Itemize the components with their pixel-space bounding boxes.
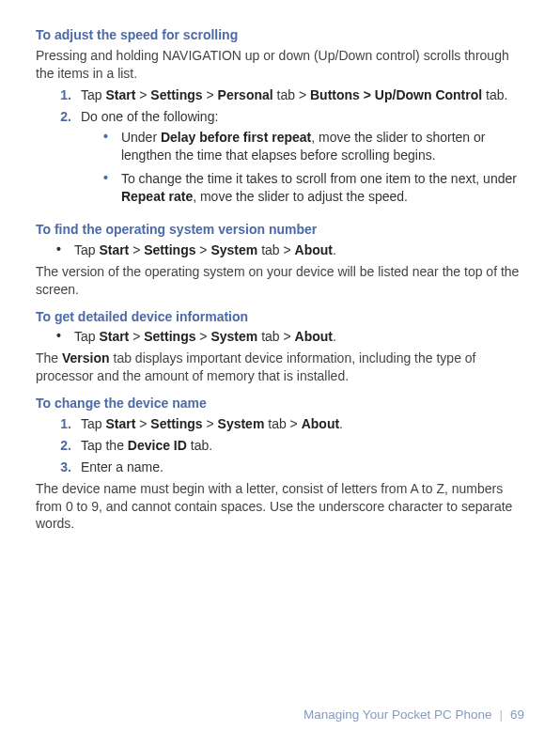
- list-item: 1. Tap Start > Settings > System tab > A…: [56, 415, 524, 433]
- step-content: Tap Start > Settings > Personal tab > Bu…: [81, 86, 524, 104]
- text: >: [135, 87, 150, 102]
- bold: About: [302, 416, 339, 431]
- text: tab >: [257, 329, 294, 344]
- bullet-icon: •: [56, 241, 61, 259]
- bold: Settings: [150, 87, 202, 102]
- sub-content: Under Delay before first repeat, move th…: [121, 129, 524, 164]
- text: The: [36, 350, 62, 365]
- step-content: Enter a name.: [81, 458, 524, 476]
- outro-os: The version of the operating system on y…: [36, 263, 524, 299]
- bold: About: [295, 329, 333, 344]
- bullet-list-os: • Tap Start > Settings > System tab > Ab…: [36, 241, 524, 259]
- page-number: 69: [510, 707, 524, 723]
- list-device-name: 1. Tap Start > Settings > System tab > A…: [36, 415, 524, 476]
- bold: Personal: [218, 87, 273, 102]
- text: Tap: [74, 242, 99, 257]
- text: Do one of the following:: [81, 109, 218, 124]
- text: To change the time it takes to scroll fr…: [121, 171, 517, 186]
- sublist-item: • To change the time it takes to scroll …: [103, 170, 524, 206]
- step-number: 2.: [56, 437, 71, 455]
- bold: Start: [99, 329, 129, 344]
- text: .: [333, 329, 336, 344]
- bold: Settings: [144, 242, 195, 257]
- step-number: 2.: [56, 108, 71, 211]
- list-item: 3. Enter a name.: [56, 458, 524, 476]
- heading-scroll-speed: To adjust the speed for scrolling: [36, 26, 524, 44]
- bold: About: [295, 242, 333, 257]
- bold: Device ID: [128, 438, 187, 453]
- intro-scroll: Pressing and holding NAVIGATION up or do…: [36, 47, 524, 83]
- bold: Delay before first repeat: [161, 130, 311, 145]
- bold: Start: [105, 416, 135, 431]
- text: Under: [121, 130, 161, 145]
- list-scroll: 1. Tap Start > Settings > Personal tab >…: [36, 86, 524, 211]
- list-item: 1. Tap Start > Settings > Personal tab >…: [56, 86, 524, 104]
- bullet-icon: •: [103, 129, 108, 164]
- text: >: [129, 242, 144, 257]
- bullet-icon: •: [56, 328, 61, 346]
- text: >: [195, 329, 210, 344]
- heading-os-version: To find the operating system version num…: [36, 221, 524, 239]
- heading-device-info: To get detailed device information: [36, 308, 524, 326]
- bold: System: [218, 416, 265, 431]
- text: tab >: [264, 416, 301, 431]
- bullet-content: Tap Start > Settings > System tab > Abou…: [74, 241, 336, 259]
- text: tab.: [187, 438, 212, 453]
- heading-device-name: To change the device name: [36, 395, 524, 412]
- text: >: [135, 416, 150, 431]
- footer-title: Managing Your Pocket PC Phone: [303, 707, 491, 723]
- step-content: Tap the Device ID tab.: [81, 437, 524, 455]
- page-footer: Managing Your Pocket PC Phone | 69: [303, 707, 524, 723]
- bold: Buttons > Up/Down Control: [310, 87, 482, 102]
- text: >: [195, 242, 210, 257]
- footer-separator-icon: |: [499, 707, 503, 723]
- step-content: Tap Start > Settings > System tab > Abou…: [81, 415, 524, 433]
- text: .: [339, 416, 343, 431]
- bold: Version: [62, 350, 110, 365]
- text: >: [203, 416, 218, 431]
- outro-device: The Version tab displays important devic…: [36, 350, 524, 385]
- outro-name-rules: The device name must begin with a letter…: [36, 480, 524, 534]
- text: tab.: [482, 87, 507, 102]
- sub-content: To change the time it takes to scroll fr…: [121, 170, 524, 206]
- bold: System: [210, 242, 257, 257]
- bold: Settings: [144, 329, 195, 344]
- text: Tap: [81, 87, 105, 102]
- step-content: Do one of the following: • Under Delay b…: [81, 108, 524, 211]
- sublist: • Under Delay before first repeat, move …: [81, 129, 524, 206]
- list-item: • Tap Start > Settings > System tab > Ab…: [56, 241, 524, 259]
- bold: System: [210, 329, 257, 344]
- text: Tap: [74, 329, 99, 344]
- list-item: • Tap Start > Settings > System tab > Ab…: [56, 328, 524, 346]
- text: tab >: [257, 242, 294, 257]
- bold: Start: [105, 87, 135, 102]
- text: >: [129, 329, 144, 344]
- bullet-content: Tap Start > Settings > System tab > Abou…: [74, 328, 336, 346]
- list-item: 2. Tap the Device ID tab.: [56, 437, 524, 455]
- text: tab >: [273, 87, 310, 102]
- page-content: To adjust the speed for scrolling Pressi…: [0, 0, 560, 533]
- bullet-list-device: • Tap Start > Settings > System tab > Ab…: [36, 328, 524, 346]
- text: , move the slider to adjust the speed.: [193, 189, 408, 204]
- sublist-item: • Under Delay before first repeat, move …: [103, 129, 524, 164]
- text: Tap the: [81, 438, 128, 453]
- bold: Repeat rate: [121, 189, 193, 204]
- bold: Start: [99, 242, 129, 257]
- step-number: 1.: [56, 86, 71, 104]
- bullet-icon: •: [103, 170, 108, 206]
- text: Tap: [81, 416, 105, 431]
- text: .: [333, 242, 336, 257]
- text: >: [203, 87, 218, 102]
- step-number: 3.: [56, 458, 71, 476]
- bold: Settings: [150, 416, 202, 431]
- step-number: 1.: [56, 415, 71, 433]
- list-item: 2. Do one of the following: • Under Dela…: [56, 108, 524, 211]
